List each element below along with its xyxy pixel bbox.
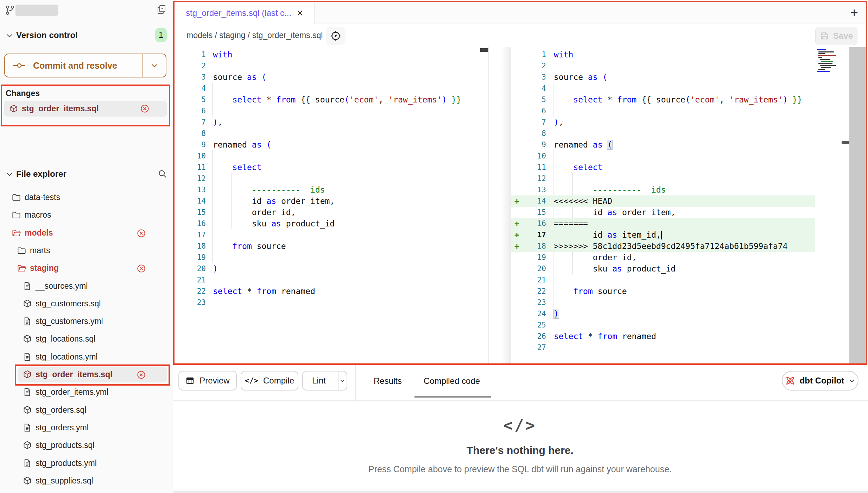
code-pane-right[interactable]: 1with23source as (45 select * from {{ so… bbox=[511, 49, 849, 364]
search-icon[interactable] bbox=[158, 169, 167, 179]
tree-item-stg-orders-sql[interactable]: stg_orders.sql bbox=[0, 401, 172, 419]
code-line-19[interactable]: 19 order_id, bbox=[511, 252, 849, 263]
preview-label: Preview bbox=[199, 376, 229, 386]
version-control-chevron-icon[interactable] bbox=[6, 32, 13, 39]
code-line-19[interactable]: 19 bbox=[175, 252, 488, 263]
code-line-6[interactable]: 6 bbox=[511, 105, 849, 117]
code-line-5[interactable]: 5 select * from {{ source('ecom', 'raw_i… bbox=[511, 94, 849, 105]
code-line-2[interactable]: 2 bbox=[511, 60, 849, 71]
tree-item-stg-order-items-sql[interactable]: stg_order_items.sql bbox=[0, 366, 172, 383]
code-line-9[interactable]: 9renamed as ( bbox=[511, 139, 849, 150]
right-scrollbar-thumb[interactable] bbox=[842, 141, 849, 144]
tree-item-staging[interactable]: staging bbox=[0, 260, 172, 277]
tree-item-stg-order-items-yml[interactable]: stg_order_items.yml bbox=[0, 383, 172, 401]
code-line-7[interactable]: 7), bbox=[175, 117, 488, 128]
branch-name-placeholder[interactable] bbox=[15, 5, 58, 16]
tree-item-stg-customers-sql[interactable]: stg_customers.sql bbox=[0, 295, 172, 313]
code-line-14[interactable]: +14<<<<<<< HEAD bbox=[511, 195, 849, 207]
tree-item-marts[interactable]: marts bbox=[0, 242, 172, 260]
code-line-16[interactable]: +16======= bbox=[511, 218, 849, 229]
code-line-15[interactable]: 15 id as order_item, bbox=[511, 207, 849, 218]
commit-options-caret[interactable] bbox=[142, 54, 166, 77]
code-line-8[interactable]: 8 bbox=[511, 128, 849, 139]
code-line-15[interactable]: 15 order_id, bbox=[175, 207, 488, 218]
tree-item-stg-products-sql[interactable]: stg_products.sql bbox=[0, 437, 172, 454]
doc-icon bbox=[23, 352, 32, 362]
code-line-22[interactable]: 22 from source bbox=[511, 286, 849, 297]
code-line-13[interactable]: 13 ---------- ids bbox=[175, 184, 488, 195]
code-line-9[interactable]: 9renamed as ( bbox=[175, 139, 488, 150]
lint-button[interactable]: Lint bbox=[302, 371, 347, 391]
code-line-4[interactable]: 4 bbox=[511, 83, 849, 94]
tab-compiled-code[interactable]: Compiled code bbox=[424, 376, 480, 386]
code-line-2[interactable]: 2 bbox=[175, 60, 488, 71]
tree-item-macros[interactable]: macros bbox=[0, 206, 172, 224]
code-line-10[interactable]: 10 bbox=[511, 150, 849, 162]
code-line-12[interactable]: 12 bbox=[511, 173, 849, 184]
tree-item-models[interactable]: models bbox=[0, 224, 172, 242]
code-line-4[interactable]: 4 bbox=[175, 83, 488, 94]
changes-file-item[interactable]: stg_order_items.sql bbox=[4, 101, 167, 117]
code-line-23[interactable]: 23 bbox=[175, 297, 488, 308]
tree-item-stg-locations-yml[interactable]: stg_locations.yml bbox=[0, 348, 172, 366]
code-line-18[interactable]: 18 from source bbox=[175, 241, 488, 252]
code-line-27[interactable]: 27 bbox=[511, 342, 849, 353]
code-line-1[interactable]: 1with bbox=[175, 49, 488, 60]
code-line-26[interactable]: 26select * from renamed bbox=[511, 331, 849, 342]
tree-item-data-tests[interactable]: data-tests bbox=[0, 189, 172, 206]
tree-item-stg-customers-yml[interactable]: stg_customers.yml bbox=[0, 313, 172, 330]
save-button[interactable]: Save bbox=[815, 27, 857, 45]
lineage-button[interactable] bbox=[326, 27, 346, 45]
code-line-17[interactable]: +17 id as item_id, bbox=[511, 229, 849, 241]
dbt-copilot-button[interactable]: dbt Copilot bbox=[782, 371, 859, 391]
code-line-16[interactable]: 16 sku as product_id bbox=[175, 218, 488, 229]
indent-guide bbox=[212, 207, 213, 218]
code-line-25[interactable]: 25 bbox=[511, 319, 849, 331]
compile-button[interactable]: </> Compile bbox=[241, 371, 298, 391]
line-number: 10 bbox=[514, 150, 546, 162]
tree-item-stg-supplies-sql[interactable]: stg_supplies.sql bbox=[0, 472, 172, 490]
tab-stg-order-items[interactable]: stg_order_items.sql (last c... ✕ bbox=[175, 2, 315, 24]
code-line-20[interactable]: 20) bbox=[175, 263, 488, 274]
pane-divider[interactable] bbox=[488, 47, 511, 364]
code-line-7[interactable]: 7), bbox=[511, 117, 849, 128]
new-tab-icon[interactable]: + bbox=[850, 5, 858, 20]
code-line-20[interactable]: 20 sku as product_id bbox=[511, 263, 849, 274]
code-line-1[interactable]: 1with bbox=[511, 49, 849, 60]
minimap[interactable] bbox=[816, 49, 842, 75]
code-line-22[interactable]: 22select * from renamed bbox=[175, 286, 488, 297]
code-line-12[interactable]: 12 bbox=[175, 173, 488, 184]
line-number: 7 bbox=[514, 117, 546, 128]
tree-item-stg-locations-sql[interactable]: stg_locations.sql bbox=[0, 330, 172, 348]
code-line-18[interactable]: +18>>>>>>> 58c1dd23d5eebd9cd2495fa7124ab… bbox=[511, 241, 849, 252]
left-scrollbar-thumb[interactable] bbox=[480, 48, 488, 52]
code-line-14[interactable]: 14 id as order_item, bbox=[175, 195, 488, 207]
code-line-11[interactable]: 11 select bbox=[175, 162, 488, 173]
folder-icon bbox=[17, 246, 26, 255]
copy-icon[interactable] bbox=[156, 4, 167, 15]
tab-results[interactable]: Results bbox=[374, 376, 402, 386]
code-line-10[interactable]: 10 bbox=[175, 150, 488, 162]
code-line-24[interactable]: 24) bbox=[511, 308, 849, 319]
code-line-11[interactable]: 11 select bbox=[511, 162, 849, 173]
tab-close-icon[interactable]: ✕ bbox=[296, 8, 304, 18]
code-line-6[interactable]: 6 bbox=[175, 105, 488, 117]
code-line-17[interactable]: 17 bbox=[175, 229, 488, 241]
code-pane-left[interactable]: 1with23source as (45 select * from {{ so… bbox=[175, 49, 488, 364]
code-line-21[interactable]: 21 bbox=[511, 274, 849, 286]
tree-item-stg-products-yml[interactable]: stg_products.yml bbox=[0, 455, 172, 472]
tree-item--sources-yml[interactable]: __sources.yml bbox=[0, 277, 172, 295]
code-line-5[interactable]: 5 select * from {{ source('ecom', 'raw_i… bbox=[175, 94, 488, 105]
tree-item-stg-orders-yml[interactable]: stg_orders.yml bbox=[0, 419, 172, 437]
commit-and-resolve-button[interactable]: Commit and resolve bbox=[4, 54, 166, 77]
code-line-3[interactable]: 3source as ( bbox=[175, 71, 488, 83]
file-explorer-chevron-icon[interactable] bbox=[6, 170, 13, 178]
code-line-21[interactable]: 21 bbox=[175, 274, 488, 286]
lint-options-caret[interactable] bbox=[338, 372, 347, 390]
right-scroll-track[interactable] bbox=[849, 47, 866, 364]
code-line-23[interactable]: 23 bbox=[511, 297, 849, 308]
code-line-8[interactable]: 8 bbox=[175, 128, 488, 139]
code-line-3[interactable]: 3source as ( bbox=[511, 71, 849, 83]
code-line-13[interactable]: 13 ---------- ids bbox=[511, 184, 849, 195]
preview-button[interactable]: Preview bbox=[178, 371, 237, 391]
